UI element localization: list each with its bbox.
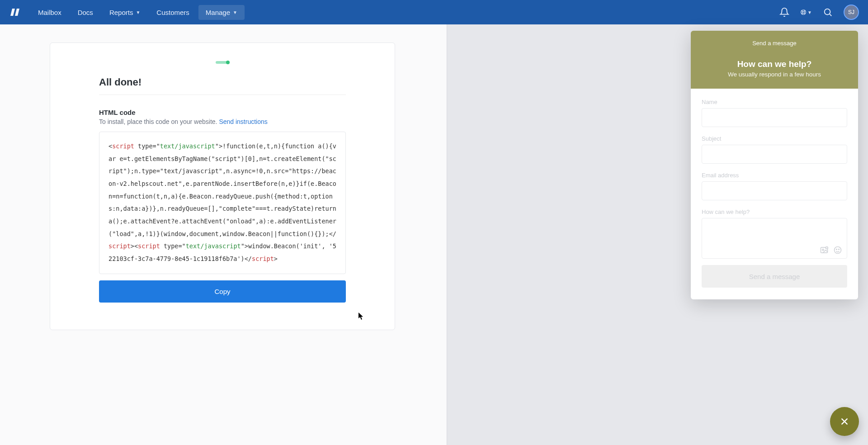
avatar-initials: SJ — [848, 9, 854, 15]
section-subtext: To install, place this code on your webs… — [99, 118, 346, 125]
svg-point-11 — [835, 247, 841, 254]
nav-reports[interactable]: Reports ▼ — [102, 5, 147, 20]
svg-line-4 — [802, 13, 802, 14]
svg-point-6 — [825, 9, 830, 15]
chevron-down-icon: ▼ — [807, 10, 812, 15]
svg-point-1 — [802, 11, 805, 14]
nav-label: Customers — [156, 9, 189, 16]
right-pane: Send a message How can we help? We usual… — [447, 24, 868, 445]
nav-manage[interactable]: Manage ▼ — [198, 5, 245, 20]
install-card: All done! HTML code To install, place th… — [50, 43, 395, 330]
field-label-subject: Subject — [702, 135, 847, 142]
nav-label: Reports — [109, 9, 133, 16]
beacon-close-fab[interactable] — [830, 407, 859, 436]
beacon-header-title: How can we help? — [699, 59, 850, 69]
beacon-header-small: Send a message — [699, 40, 850, 47]
left-pane: All done! HTML code To install, place th… — [0, 24, 447, 445]
message-textarea[interactable] — [702, 218, 847, 259]
svg-point-9 — [822, 249, 824, 251]
name-input[interactable] — [702, 108, 847, 127]
send-instructions-link[interactable]: Send instructions — [219, 118, 267, 125]
svg-line-2 — [802, 10, 802, 11]
bell-icon — [779, 7, 789, 17]
email-input[interactable] — [702, 181, 847, 200]
search-button[interactable] — [822, 6, 834, 18]
chevron-down-icon: ▼ — [233, 10, 237, 15]
emoji-icon[interactable] — [833, 246, 842, 255]
divider — [99, 95, 346, 95]
search-icon — [823, 7, 833, 17]
field-label-message: How can we help? — [702, 208, 847, 215]
copy-button[interactable]: Copy — [99, 280, 346, 303]
section-label: HTML code — [99, 109, 346, 116]
svg-line-7 — [830, 14, 831, 16]
notifications-button[interactable] — [778, 6, 790, 18]
attach-image-icon[interactable] — [820, 246, 829, 255]
svg-line-5 — [804, 13, 805, 14]
logo[interactable] — [9, 6, 21, 18]
nav-customers[interactable]: Customers — [149, 5, 197, 20]
nav-mailbox[interactable]: Mailbox — [31, 5, 69, 20]
beacon-header-sub: We usually respond in a few hours — [699, 71, 850, 78]
help-menu[interactable]: ▼ — [800, 6, 812, 18]
top-nav: Mailbox Docs Reports ▼ Customers Manage … — [0, 0, 868, 24]
avatar[interactable]: SJ — [844, 5, 859, 20]
nav-label: Docs — [78, 9, 93, 16]
svg-line-3 — [804, 10, 805, 11]
field-label-email: Email address — [702, 172, 847, 179]
nav-items: Mailbox Docs Reports ▼ Customers Manage … — [31, 5, 245, 20]
nav-label: Manage — [206, 9, 230, 16]
nav-docs[interactable]: Docs — [71, 5, 100, 20]
subtext-prefix: To install, place this code on your webs… — [99, 118, 219, 125]
svg-point-13 — [839, 249, 840, 250]
beacon-body: Name Subject Email address How can we he… — [691, 89, 858, 299]
progress-indicator — [216, 61, 229, 64]
code-snippet[interactable]: <script type="text/javascript">!function… — [99, 132, 346, 274]
beacon-widget: Send a message How can we help? We usual… — [691, 31, 858, 299]
logo-icon — [9, 7, 20, 18]
lifebuoy-icon — [800, 7, 807, 17]
beacon-header: Send a message How can we help? We usual… — [691, 31, 858, 89]
card-title: All done! — [99, 76, 346, 88]
subject-input[interactable] — [702, 145, 847, 164]
close-icon — [840, 417, 849, 426]
chevron-down-icon: ▼ — [136, 10, 140, 15]
svg-point-12 — [836, 249, 837, 250]
send-message-button[interactable]: Send a message — [702, 265, 847, 288]
nav-label: Mailbox — [38, 9, 61, 16]
field-label-name: Name — [702, 99, 847, 105]
topbar-right: ▼ SJ — [778, 5, 859, 20]
